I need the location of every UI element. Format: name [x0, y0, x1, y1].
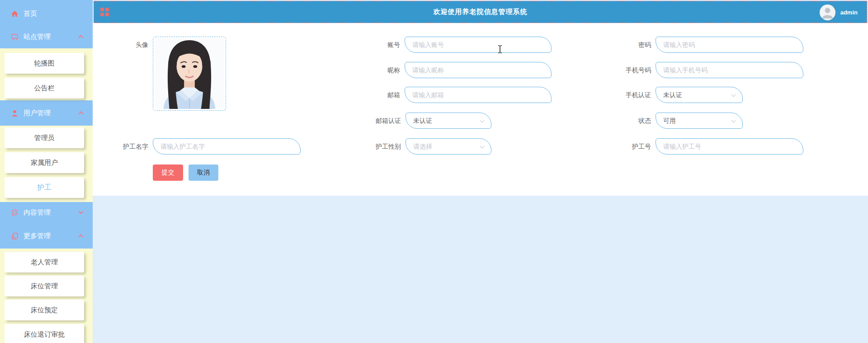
sidebar-item-content-management[interactable]: 内容管理 [0, 204, 93, 221]
sidebar-item-label: 家属用户 [31, 159, 58, 167]
sidebar-item-label: 用户管理 [24, 109, 51, 117]
caregiver-name-input[interactable] [153, 138, 301, 155]
chevron-up-icon [78, 35, 83, 40]
sidebar-item-caregivers[interactable]: 护工 [5, 177, 84, 198]
email-input[interactable] [405, 87, 552, 103]
header-bar: 欢迎使用养老院信息管理系统 admin [94, 1, 867, 23]
chevron-up-icon [78, 111, 83, 116]
cancel-button[interactable]: 取消 [189, 164, 218, 181]
sidebar-item-elder-management[interactable]: 老人管理 [5, 252, 84, 273]
sidebar-item-label: 管理员 [34, 134, 55, 142]
sidebar-item-bed-booking[interactable]: 床位预定 [5, 300, 84, 320]
presentation-icon [11, 33, 19, 41]
caregiver-id-label: 护工号 [597, 138, 651, 155]
text-cursor-icon [497, 45, 503, 54]
sidebar-item-bed-cancel-approval[interactable]: 床位退订审批 [5, 324, 84, 343]
caregiver-form-card: 头像 账号 密码 昵称 手机号码 邮箱 [93, 23, 868, 196]
nickname-label: 昵称 [346, 62, 400, 78]
sidebar-item-user-management[interactable]: 用户管理 [0, 105, 93, 121]
sidebar-item-more-management[interactable]: 更多管理 [0, 228, 93, 244]
sidebar-item-label: 公告栏 [34, 84, 55, 93]
menu-grid-icon[interactable] [100, 8, 109, 16]
status-select[interactable]: 可用 [656, 113, 743, 129]
caregiver-gender-select[interactable]: 请选择 [406, 138, 491, 155]
username-label: admin [840, 9, 858, 16]
phone-input[interactable] [656, 62, 803, 78]
password-input[interactable] [656, 37, 803, 53]
sidebar-item-label: 轮播图 [34, 59, 55, 68]
sidebar-item-label: 更多管理 [24, 232, 51, 240]
account-label: 账号 [346, 37, 400, 53]
chat-icon [11, 209, 19, 216]
user-icon [11, 109, 19, 117]
phone-label: 手机号码 [597, 62, 651, 78]
account-input[interactable] [405, 37, 552, 53]
nickname-input[interactable] [405, 62, 552, 78]
status-value: 可用 [663, 117, 676, 124]
phone-auth-value: 未认证 [663, 91, 682, 99]
sidebar-item-label: 内容管理 [24, 208, 51, 217]
sidebar-item-label: 护工 [37, 183, 52, 193]
sidebar-item-site-management[interactable]: 站点管理 [0, 28, 93, 45]
chevron-down-icon [78, 209, 83, 214]
sidebar-item-label: 床位预定 [31, 306, 58, 315]
page-title: 欢迎使用养老院信息管理系统 [94, 8, 867, 16]
chevron-down-icon [480, 118, 485, 123]
sidebar-item-admins[interactable]: 管理员 [5, 127, 84, 148]
chevron-down-icon [731, 93, 736, 97]
chevron-down-icon [731, 118, 736, 123]
sidebar-item-label: 床位管理 [31, 282, 58, 291]
phone-auth-label: 手机认证 [597, 87, 651, 103]
sidebar-item-bulletin[interactable]: 公告栏 [5, 78, 84, 99]
sidebar-item-bed-management[interactable]: 床位管理 [5, 276, 84, 296]
sidebar-item-label: 老人管理 [31, 258, 58, 267]
user-avatar-icon [820, 5, 835, 20]
email-auth-value: 未认证 [413, 117, 432, 124]
avatar-photo [155, 38, 224, 109]
email-auth-label: 邮箱认证 [347, 113, 401, 129]
submit-button[interactable]: 提交 [153, 164, 183, 181]
copy-icon [11, 232, 19, 240]
email-auth-select[interactable]: 未认证 [406, 113, 491, 129]
email-label: 邮箱 [346, 87, 400, 103]
sidebar-item-label: 床位退订审批 [24, 330, 65, 339]
status-label: 状态 [597, 113, 651, 129]
sidebar-item-home[interactable]: 首页 [0, 5, 93, 22]
sidebar: 首页 站点管理 轮播图 公告栏 用户管理 管理员 家属用户 护工 [0, 0, 93, 343]
chevron-up-icon [78, 234, 83, 239]
avatar-upload-box[interactable] [153, 37, 226, 111]
phone-auth-select[interactable]: 未认证 [656, 87, 743, 103]
home-icon [11, 10, 19, 18]
caregiver-id-input[interactable] [656, 138, 803, 155]
password-label: 密码 [597, 37, 651, 53]
caregiver-gender-label: 护工性别 [347, 138, 401, 155]
sidebar-item-family-users[interactable]: 家属用户 [5, 152, 84, 173]
chevron-down-icon [480, 144, 485, 149]
caregiver-gender-value: 请选择 [413, 143, 432, 150]
header-user-area[interactable]: admin [820, 5, 858, 20]
caregiver-name-label: 护工名字 [94, 138, 148, 155]
sidebar-item-carousel[interactable]: 轮播图 [5, 53, 84, 74]
avatar-label: 头像 [94, 37, 148, 53]
sidebar-item-label: 站点管理 [24, 33, 51, 41]
sidebar-item-label: 首页 [24, 9, 37, 18]
